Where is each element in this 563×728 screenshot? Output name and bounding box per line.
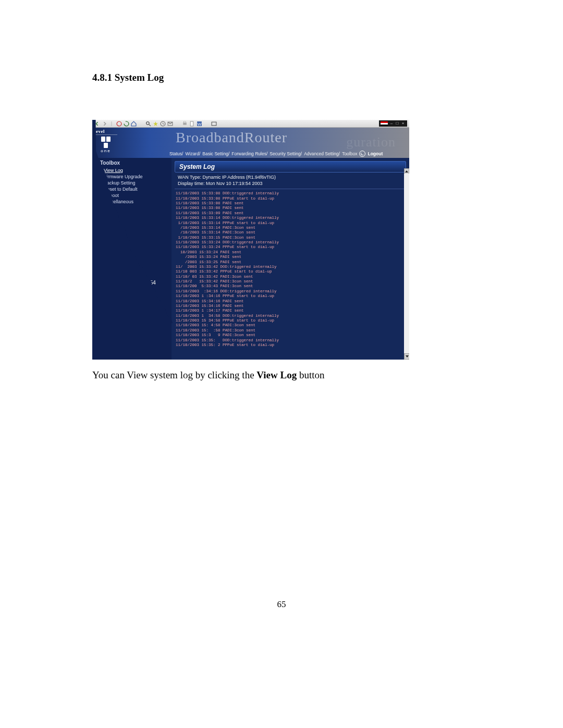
svg-line-3 [149, 124, 151, 126]
sidebar-item-reboot[interactable]: Reboot [94, 192, 169, 199]
sep-icon [138, 121, 144, 127]
chevron-right-icon [100, 169, 102, 172]
forward-icon[interactable] [102, 121, 107, 127]
toolbox-icon [94, 161, 99, 165]
sep-icon [204, 121, 210, 127]
tool-icon[interactable] [211, 121, 217, 127]
logo-text-top: level [94, 129, 117, 135]
back-icon[interactable] [94, 121, 100, 127]
chevron-right-icon [100, 175, 102, 178]
caption: You can View system log by clicking the … [92, 369, 471, 382]
crumb[interactable]: Toolbox [342, 151, 357, 156]
sidebar-item-label: Reset to Default [104, 187, 138, 192]
stop-icon[interactable] [116, 121, 122, 127]
sidebar-item-label: Backup Setting [104, 180, 136, 186]
logo-icon [99, 135, 113, 148]
svg-rect-12 [101, 137, 105, 142]
favorites-icon[interactable] [153, 121, 158, 127]
svg-rect-11 [212, 122, 216, 126]
chevron-right-icon [100, 200, 102, 203]
sidebar: Toolbox View Log Firmware Upgrade Backup… [92, 158, 172, 360]
sidebar-header: Toolbox [94, 160, 169, 166]
svg-rect-14 [104, 143, 108, 148]
system-log-output: 11/10/2003 15:33:08 DOD:triggered intern… [175, 191, 406, 348]
section-title: 4.8.1 System Log [92, 72, 471, 83]
sidebar-item-view-log[interactable]: View Log [94, 167, 169, 174]
svg-rect-6 [183, 122, 187, 125]
log-lines: 11/10/2003 15:33:08 DOD:triggered intern… [176, 191, 405, 348]
svg-rect-0 [111, 121, 112, 126]
search-icon[interactable] [145, 121, 151, 127]
breadcrumb: Status/ Wizard/ Basic Setting/ Forwardin… [169, 151, 406, 157]
svg-rect-13 [106, 137, 111, 142]
sidebar-item-label: View Log [104, 168, 123, 173]
refresh-icon[interactable] [359, 151, 365, 157]
display-time-line: Display time: Mon Nov 10 17:19:54 2003 [175, 180, 406, 187]
crumb[interactable]: Security Setting/ [270, 151, 302, 156]
word-icon[interactable]: W [197, 121, 202, 127]
chevron-right-icon [100, 181, 102, 184]
browser-toolbar: W – □ × [92, 120, 409, 128]
router-admin-screenshot: W – □ × level one BroadbandRo [92, 120, 409, 360]
header-banner: level one BroadbandRouter guration Statu… [92, 128, 409, 158]
content-header: System Log [175, 161, 406, 172]
crumb[interactable]: Status/ [169, 151, 183, 156]
crumb[interactable]: Basic Setting/ [202, 151, 229, 156]
caption-post: button [297, 369, 324, 380]
crumb[interactable]: Advanced Setting/ [304, 151, 340, 156]
wan-type-line: WAN Type: Dynamic IP Address (R1.94f6vTI… [175, 174, 406, 180]
scroll-down-button[interactable] [404, 353, 409, 360]
current-time-label: Current Time [94, 273, 169, 278]
chevron-right-icon [100, 194, 102, 197]
sidebar-item-firmware-upgrade[interactable]: Firmware Upgrade [94, 174, 169, 180]
sidebar-item-miscellaneous[interactable]: Miscellaneous [94, 199, 169, 205]
sidebar-item-backup-setting[interactable]: Backup Setting [94, 180, 169, 186]
svg-rect-7 [183, 121, 186, 122]
divider [175, 189, 406, 189]
crumb[interactable]: Forwarding Rules/ [231, 151, 267, 156]
current-time-block: Current Time 11/10/2003 17:19:54 [94, 273, 169, 286]
sidebar-item-label: Miscellaneous [104, 199, 133, 204]
page-title: BroadbandRouter [176, 129, 287, 146]
flag-icon [381, 121, 388, 126]
crumb[interactable]: Wizard/ [185, 151, 200, 156]
svg-point-1 [117, 121, 121, 126]
svg-point-2 [146, 121, 150, 125]
sep-icon [175, 121, 180, 127]
home-icon[interactable] [131, 121, 137, 127]
history-icon[interactable] [160, 121, 166, 127]
svg-text:W: W [198, 121, 202, 126]
close-icon[interactable]: × [401, 121, 405, 126]
sidebar-item-label: Reboot [104, 193, 119, 198]
mail-icon[interactable] [167, 121, 173, 127]
chevron-right-icon [100, 188, 102, 191]
logo: level one [94, 129, 117, 153]
content-pane: System Log WAN Type: Dynamic IP Address … [172, 158, 409, 360]
logout-link[interactable]: Logout [368, 151, 383, 156]
print-icon[interactable] [182, 121, 188, 127]
window-controls: – □ × [379, 120, 407, 127]
page-number: 65 [0, 599, 563, 610]
svg-rect-8 [190, 121, 193, 126]
content-scrollbar[interactable] [404, 168, 409, 360]
sep-icon [109, 121, 115, 127]
sidebar-item-reset-to-default[interactable]: Reset to Default [94, 186, 169, 192]
logo-text-bottom: one [94, 149, 117, 153]
refresh-icon[interactable] [124, 121, 129, 127]
maximize-icon[interactable]: □ [395, 121, 399, 126]
ghost-text: guration [346, 134, 396, 150]
current-time-value: 11/10/2003 17:19:54 [94, 280, 169, 286]
caption-pre: You can View system log by clicking the [92, 369, 256, 380]
edit-icon[interactable] [189, 121, 195, 127]
sidebar-header-label: Toolbox [100, 160, 120, 166]
minimize-icon[interactable]: – [389, 121, 394, 126]
sidebar-item-label: Firmware Upgrade [104, 174, 143, 179]
scroll-track[interactable] [404, 174, 409, 354]
caption-bold: View Log [256, 369, 297, 380]
